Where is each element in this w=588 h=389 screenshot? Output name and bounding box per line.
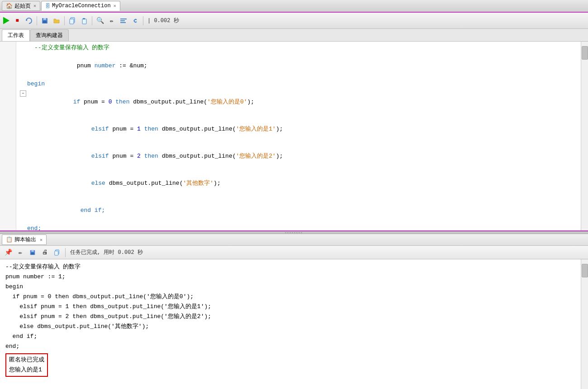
output-header: 📋 脚本输出 ✕ [0,234,588,246]
output-edit-button[interactable]: ✏ [15,247,26,258]
paste-button[interactable] [79,15,90,26]
output-print-button[interactable]: 🖨 [39,247,50,258]
run-button[interactable] [2,16,11,25]
svg-rect-2 [43,18,46,20]
output-tab-label: 脚本输出 [14,236,36,244]
svg-rect-10 [120,22,126,23]
fold-button[interactable]: − [20,90,26,97]
connection-tab-label: MyOracleConnection [52,3,111,9]
output-panel: 📋 脚本输出 ✕ 📌 ✏ 🖨 任务已完成, 用时 0.002 秒 --定义变量保… [0,234,588,389]
toolbar-sep-3 [92,16,92,25]
code-line: − if pnum = 0 then dbms_output.put_line(… [20,89,577,116]
output-line: --定义变量保存输入 的数字 [5,262,575,272]
open-button[interactable] [51,15,62,26]
svg-rect-8 [120,19,127,19]
code-editor[interactable]: --定义变量保存输入 的数字 pnum number := &num; begi… [16,42,581,230]
start-tab-close[interactable]: ✕ [33,3,36,9]
start-tab-icon: 🏠 [6,3,13,9]
code-line: elsif pnum = 1 then dbms_output.put_line… [20,116,577,143]
output-line: elsif pnum = 1 then dbms_output.put_line… [5,302,575,312]
format-button[interactable] [118,15,129,26]
output-time-display: 任务已完成, 用时 0.002 秒 [70,248,143,256]
code-line: begin [20,80,577,89]
svg-rect-5 [70,19,74,24]
editor-with-scroll: --定义变量保存输入 的数字 pnum number := &num; begi… [0,42,588,230]
output-line: end; [5,342,575,352]
editor-vscroll-thumb[interactable] [582,46,588,60]
svg-rect-15 [55,251,58,255]
stop-button[interactable]: ■ [12,15,23,26]
output-tab-close[interactable]: ✕ [40,237,43,243]
output-line: pnum number := 1; [5,272,575,282]
output-toolbar: 📌 ✏ 🖨 任务已完成, 用时 0.002 秒 [0,246,588,259]
output-save-button[interactable] [27,247,38,258]
main-layout: --定义变量保存输入 的数字 pnum number := &num; begi… [0,42,588,389]
time-display: | 0.002 秒 [147,17,179,24]
tab-connection[interactable]: 🗄 MyOracleConnection ✕ [41,1,120,11]
main-toolbar: ■ 🔍 ✏ | 0.002 秒 [0,13,588,29]
output-toolbar-sep [65,248,66,257]
toolbar-sep-1 [37,16,37,25]
connection-tab-close[interactable]: ✕ [114,3,116,9]
svg-rect-6 [82,19,86,24]
editor-panel: --定义变量保存输入 的数字 pnum number := &num; begi… [0,42,588,231]
code-line: else dbms_output.put_line('其他数字'); [20,170,577,197]
tab-start[interactable]: 🏠 起始页 ✕ [2,1,40,11]
output-tab-script[interactable]: 📋 脚本输出 ✕ [2,234,47,245]
toolbar-sep-4 [143,16,143,25]
refresh-button[interactable] [24,15,34,26]
copy-button[interactable] [67,15,78,26]
result-box: 匿名块已完成 您输入的是1 [5,353,48,377]
output-line: if pnum = 0 then dbms_output.put_line('您… [5,292,575,302]
result-line-1: 匿名块已完成 [9,355,44,365]
output-line: begin [5,282,575,292]
output-pin-button[interactable]: 📌 [3,247,14,258]
save-button[interactable] [39,15,50,26]
result-line-2: 您输入的是1 [9,365,44,375]
svg-rect-9 [120,20,125,21]
svg-rect-13 [31,253,34,254]
search-button[interactable]: 🔍 [95,15,105,26]
link-button[interactable] [130,15,141,26]
code-line: --定义变量保存输入 的数字 [20,43,577,52]
svg-rect-12 [31,250,33,252]
output-line: else dbms_output.put_line('其他数字'); [5,322,575,332]
output-copy-button[interactable] [52,247,62,258]
toolbar-sep-2 [64,16,65,25]
output-content-area: --定义变量保存输入 的数字 pnum number := 1; begin i… [0,259,588,389]
editor-vscrollbar[interactable] [581,42,588,230]
output-line: elsif pnum = 2 then dbms_output.put_line… [5,312,575,322]
title-bar: 🏠 起始页 ✕ 🗄 MyOracleConnection ✕ [0,0,588,13]
start-tab-label: 起始页 [14,2,31,10]
svg-rect-7 [83,18,85,19]
tab-query-builder[interactable]: 查询构建器 [30,29,69,41]
svg-rect-3 [43,21,47,23]
output-vscroll-thumb[interactable] [582,264,588,277]
output-tab-icon: 📋 [6,236,13,243]
connection-tab-icon: 🗄 [45,3,50,9]
output-vscrollbar[interactable] [581,259,588,389]
output-line: end if; [5,332,575,342]
line-numbers [0,42,16,230]
code-line: elsif pnum = 2 then dbms_output.put_line… [20,143,577,170]
edit-button[interactable]: ✏ [106,15,117,26]
code-line: end; [20,224,577,230]
code-line: end if; [20,197,577,224]
tab-worksheet[interactable]: 工作表 [2,29,30,41]
code-line: pnum number := &num; [20,52,577,80]
output-text[interactable]: --定义变量保存输入 的数字 pnum number := 1; begin i… [0,259,581,389]
editor-tab-bar: 工作表 查询构建器 [0,29,588,42]
